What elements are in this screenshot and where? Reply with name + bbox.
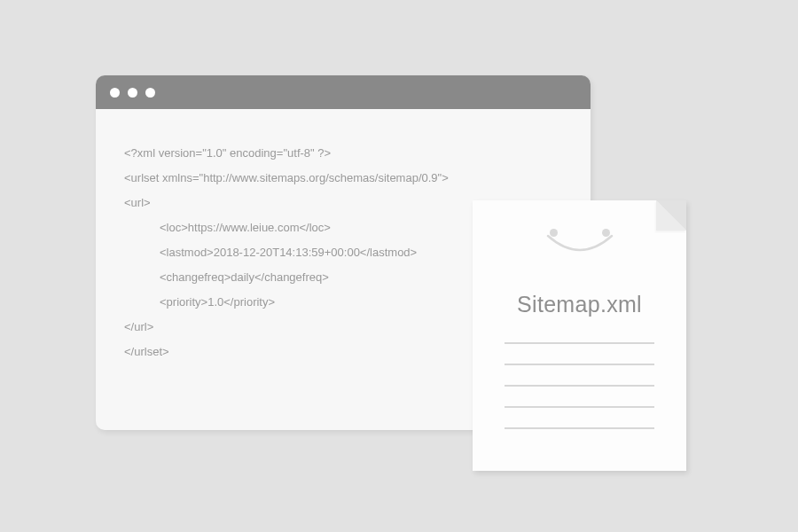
document-body-lines [505, 342, 654, 449]
document-card: Sitemap.xml [473, 200, 686, 471]
window-dot-icon [128, 88, 137, 98]
window-dot-icon [110, 88, 120, 98]
text-line-placeholder [505, 364, 654, 365]
code-line: </urlset> [124, 345, 169, 358]
text-line-placeholder [505, 342, 654, 344]
smile-icon [543, 229, 617, 259]
browser-titlebar [96, 75, 591, 109]
code-line: </url> [124, 320, 153, 333]
code-line: <urlset xmlns="http://www.sitemaps.org/s… [124, 171, 449, 184]
page-corner-cut [656, 200, 686, 231]
code-line: <url> [124, 196, 151, 209]
code-line: <?xml version="1.0" encoding="utf-8" ?> [124, 146, 331, 160]
window-dot-icon [145, 88, 155, 98]
text-line-placeholder [505, 427, 654, 429]
document-title: Sitemap.xml [473, 292, 686, 317]
text-line-placeholder [505, 406, 654, 408]
text-line-placeholder [505, 385, 654, 387]
